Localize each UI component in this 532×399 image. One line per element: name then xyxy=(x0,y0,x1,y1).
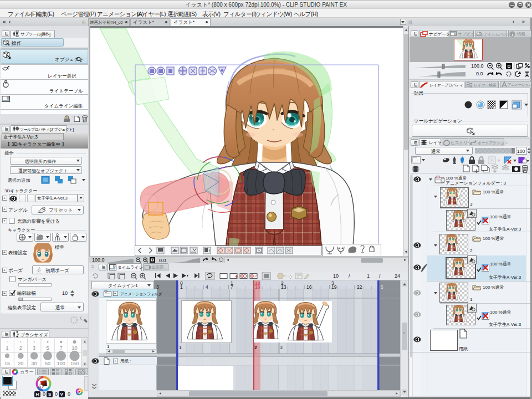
svg-text:/: / xyxy=(349,273,350,279)
svg-text:3: 3 xyxy=(156,284,159,290)
svg-text:2: 2 xyxy=(254,345,257,350)
svg-text:3: 3 xyxy=(280,345,283,350)
svg-text:10: 10 xyxy=(333,273,339,279)
svg-text:15: 15 xyxy=(4,361,10,366)
svg-text:1: 1 xyxy=(6,345,8,351)
svg-text:7: 7 xyxy=(60,345,63,351)
svg-text:/: / xyxy=(379,273,381,279)
svg-text:10: 10 xyxy=(71,345,77,351)
svg-text:1: 1 xyxy=(367,273,370,279)
svg-text:50: 50 xyxy=(45,361,50,366)
svg-text:1: 1 xyxy=(179,345,182,350)
svg-text:5: 5 xyxy=(46,345,49,351)
svg-text:100: 100 xyxy=(57,361,65,366)
svg-text:2: 2 xyxy=(19,345,22,351)
svg-text:30: 30 xyxy=(32,361,37,366)
svg-text:3: 3 xyxy=(33,345,35,351)
svg-text:20: 20 xyxy=(18,361,23,366)
svg-text:150: 150 xyxy=(70,361,79,366)
svg-text:24: 24 xyxy=(395,273,400,279)
svg-text:0.0: 0.0 xyxy=(159,258,166,263)
